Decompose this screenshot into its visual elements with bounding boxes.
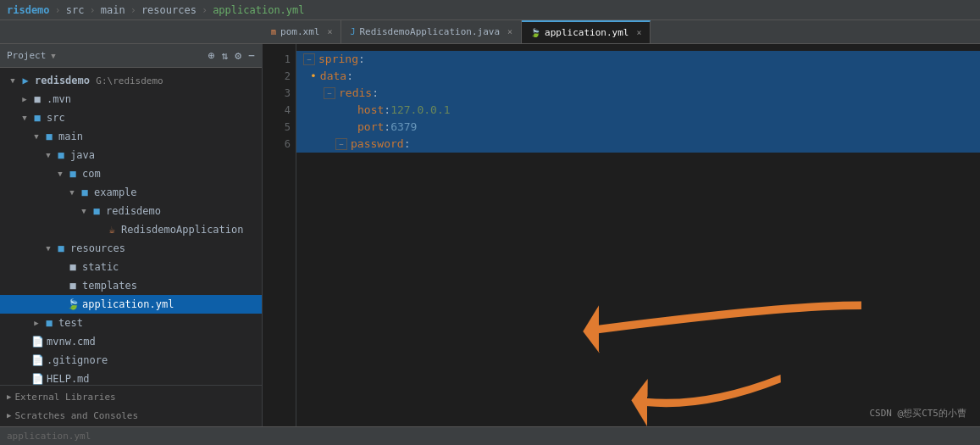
folder-icon-resources: ■ <box>54 242 68 254</box>
sidebar: Project ▼ ⊕ ⇅ ⚙ − ▼ ▶ redisdemo G:\redis… <box>0 44 263 426</box>
tree-item-application-yml[interactable]: 🍃 application.yml <box>0 295 262 314</box>
arrow-example: ▼ <box>66 188 78 197</box>
file-icon-gitignore: 📄 <box>30 354 44 366</box>
tree-item-gitignore[interactable]: 📄 .gitignore <box>0 351 262 370</box>
folder-icon-redisdemo-pkg: ■ <box>90 205 103 217</box>
line-numbers: 1 2 3 4 5 6 <box>263 44 296 426</box>
title-bar: risdemo › src › main › resources › appli… <box>0 0 980 20</box>
val-port: 6379 <box>390 119 417 136</box>
src-crumb: src <box>66 4 85 16</box>
tree-item-main[interactable]: ▼ ■ main <box>0 127 262 146</box>
tab-java-label: RedisdemoApplication.java <box>359 26 500 37</box>
tab-pom-close[interactable]: × <box>327 27 332 36</box>
tab-yaml[interactable]: 🍃 application.yml × <box>522 20 651 43</box>
footer-note: CSDN @想买CT5的小曹 <box>869 407 966 420</box>
code-line-6: − password: <box>296 136 980 153</box>
main-content: Project ▼ ⊕ ⇅ ⚙ − ▼ ▶ redisdemo G:\redis… <box>0 44 980 426</box>
fold-marker-3[interactable]: − <box>324 87 335 99</box>
key-redis: redis <box>339 85 372 102</box>
sidebar-bottom: ▶ External Libraries ▶ Scratches and Con… <box>0 385 262 426</box>
yaml-icon: 🍃 <box>530 28 540 37</box>
sidebar-icon-settings[interactable]: ⚙ <box>235 49 241 62</box>
file-icon-help: 📄 <box>30 373 44 385</box>
tree-item-mvn[interactable]: ▶ ■ .mvn <box>0 90 262 108</box>
arrow-java: ▼ <box>42 151 54 159</box>
file-icon-mvnw-cmd: 📄 <box>30 336 44 348</box>
external-libraries-label: External Libraries <box>14 392 115 403</box>
sidebar-icon-add[interactable]: ⊕ <box>208 49 215 62</box>
arrow-src: ▼ <box>19 114 30 122</box>
tab-java-close[interactable]: × <box>507 27 512 36</box>
arrow-com: ▼ <box>54 170 66 178</box>
tree-item-test[interactable]: ▶ ■ test <box>0 314 262 332</box>
sidebar-icon-close[interactable]: − <box>248 49 255 62</box>
file-crumb: application.yml <box>213 4 304 16</box>
key-port: port <box>357 119 384 136</box>
tab-java[interactable]: J RedisdemoApplication.java × <box>341 20 522 43</box>
sidebar-header: Project ▼ ⊕ ⇅ ⚙ − <box>0 44 262 68</box>
arrow-test: ▶ <box>30 319 42 327</box>
scratches-label: Scratches and Consoles <box>14 410 138 421</box>
footer-note-text: CSDN @想买CT5的小曹 <box>869 408 966 419</box>
scratches-arrow: ▶ <box>7 411 11 420</box>
java-icon: J <box>350 27 355 36</box>
arrow-mvn: ▶ <box>19 95 30 103</box>
tree-item-static[interactable]: ■ static <box>0 258 262 276</box>
java-file-icon: ☕ <box>105 224 119 236</box>
sidebar-tree: ▼ ▶ redisdemo G:\redisdemo ▶ ■ .mvn ▼ ■ … <box>0 68 262 385</box>
code-line-5: port: 6379 <box>296 119 980 136</box>
tab-pom-label: pom.xml <box>280 26 319 37</box>
tree-item-mvnw-cmd[interactable]: 📄 mvnw.cmd <box>0 332 262 351</box>
fold-marker-6[interactable]: − <box>335 138 347 150</box>
folder-icon-com: ■ <box>66 168 80 180</box>
tab-bar: m pom.xml × J RedisdemoApplication.java … <box>0 20 980 44</box>
code-line-2: • data: <box>296 68 980 85</box>
fold-marker-1[interactable]: − <box>303 53 315 65</box>
ext-libs-arrow: ▶ <box>7 392 11 401</box>
tree-item-redisdemo-app[interactable]: ☕ RedisdemoApplication <box>0 220 262 239</box>
line-num-2: 2 <box>263 68 291 85</box>
tree-item-com[interactable]: ▼ ■ com <box>0 164 262 183</box>
val-host: 127.0.0.1 <box>390 102 450 119</box>
code-area[interactable]: − spring: • data: − redis: <box>296 44 980 426</box>
tab-yaml-label: application.yml <box>545 27 628 38</box>
tree-item-resources[interactable]: ▼ ■ resources <box>0 239 262 258</box>
yaml-file-icon: 🍃 <box>66 298 80 310</box>
dot-marker-2: • <box>310 68 317 85</box>
tree-item-templates[interactable]: ■ templates <box>0 276 262 295</box>
tree-item-java[interactable]: ▼ ■ java <box>0 146 262 164</box>
line-num-6: 6 <box>263 136 291 153</box>
arrow-resources: ▼ <box>42 244 54 253</box>
tree-item-src[interactable]: ▼ ■ src <box>0 108 262 127</box>
key-spring: spring <box>318 51 358 68</box>
status-text: application.yml <box>7 431 91 442</box>
tree-item-example[interactable]: ▼ ■ example <box>0 183 262 202</box>
line-num-3: 3 <box>263 85 291 102</box>
arrow-redisdemo-pkg: ▼ <box>78 207 90 215</box>
folder-icon-test: ■ <box>42 317 56 329</box>
maven-icon: m <box>271 27 276 36</box>
scratches-item[interactable]: ▶ Scratches and Consoles <box>0 406 262 425</box>
project-name: risdemo <box>7 4 50 16</box>
tab-yaml-close[interactable]: × <box>636 28 641 37</box>
sidebar-dropdown-arrow[interactable]: ▼ <box>51 52 55 60</box>
code-line-1: − spring: <box>296 51 980 68</box>
folder-icon-root: ▶ <box>19 75 32 86</box>
external-libraries-item[interactable]: ▶ External Libraries <box>0 387 262 406</box>
key-host: host <box>357 102 384 119</box>
folder-icon-mvn: ■ <box>30 93 44 105</box>
line-num-1: 1 <box>263 51 291 68</box>
sidebar-icon-scroll[interactable]: ⇅ <box>222 49 229 62</box>
code-line-3: − redis: <box>296 85 980 102</box>
line-num-4: 4 <box>263 102 291 119</box>
key-data: data <box>320 68 346 85</box>
tab-pom[interactable]: m pom.xml × <box>263 20 341 43</box>
arrow-main: ▼ <box>30 132 42 141</box>
tree-item-help[interactable]: 📄 HELP.md <box>0 370 262 385</box>
code-line-4: host: 127.0.0.1 <box>296 102 980 119</box>
tree-item-redisdemo-pkg[interactable]: ▼ ■ redisdemo <box>0 202 262 220</box>
folder-icon-main: ■ <box>42 131 56 142</box>
sidebar-title: Project <box>7 50 46 61</box>
tree-item-redisdemo-root[interactable]: ▼ ▶ redisdemo G:\redisdemo <box>0 71 262 90</box>
folder-icon-java: ■ <box>54 149 68 161</box>
